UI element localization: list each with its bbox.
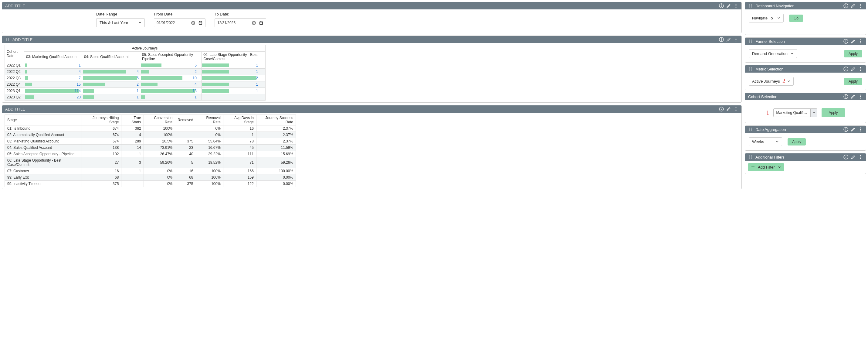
table-row: 99: Inactivity Timeout3750%375100%1220.0… [5,181,296,187]
info-icon[interactable] [843,94,848,99]
pencil-icon[interactable] [726,107,731,112]
table-row: 2022 Q375102 [5,75,266,81]
table-row: 2023 Q22011 [5,94,266,100]
panel-header: Metric Selection [745,65,866,72]
kebab-icon[interactable] [734,107,738,112]
calendar-icon[interactable] [258,20,264,25]
apply-button[interactable]: Apply [844,50,862,57]
panel-header: Dashboard Navigation [745,2,866,9]
table-row: 2022 Q415241 [5,81,266,88]
panel-header: Cohort Selection [745,93,866,100]
panel-title: Date Aggregation [755,127,786,132]
kebab-icon[interactable] [734,3,738,8]
add-filter-button[interactable]: Add Filter [748,163,784,171]
date-aggregation-panel: Date Aggregation Weeks Apply [745,125,866,151]
column-header[interactable]: Removed [175,115,196,125]
pencil-icon[interactable] [851,155,856,159]
navigate-to-dropdown[interactable]: Navigate To [749,14,784,23]
info-icon[interactable] [843,155,848,159]
panel-header: ADD TITLE [2,106,741,113]
pencil-icon[interactable] [726,3,731,8]
apply-button[interactable]: Apply [822,108,845,117]
info-icon[interactable] [843,66,848,71]
kebab-icon[interactable] [858,66,863,71]
table-row: 04: Sales Qualified Account1381473.91%23… [5,145,296,151]
table-row: 2023 Q11141131 [5,88,266,94]
column-header[interactable]: Journeys Hitting Stage [82,115,121,125]
panel-title-input[interactable]: ADD TITLE [5,4,25,8]
go-button[interactable]: Go [789,14,803,22]
kebab-icon[interactable] [858,39,863,44]
funnel-dropdown[interactable]: Demand Generation [749,49,797,58]
annotation-1: 1 [766,109,769,116]
info-icon[interactable] [843,127,848,132]
pencil-icon[interactable] [851,127,856,132]
apply-button[interactable]: Apply [787,138,806,146]
column-header[interactable]: Avg Days in Stage [223,115,256,125]
kebab-icon[interactable] [858,94,863,99]
info-icon[interactable] [719,107,724,112]
dropdown-value: Active Journeys [752,79,780,84]
drag-icon[interactable] [748,66,753,71]
pencil-icon[interactable] [851,39,856,44]
drag-icon[interactable] [748,127,753,132]
panel-header: ADD TITLE [2,2,741,9]
to-date-label: To Date: [215,12,266,17]
info-icon[interactable] [843,3,848,8]
panel-header: Additional Filters [745,153,866,161]
metric-dropdown[interactable]: Active Journeys [749,77,794,86]
column-header[interactable]: Removal Rate [196,115,223,125]
panel-header: ADD TITLE [2,36,741,43]
panel-title: Additional Filters [755,155,784,159]
from-date-input[interactable]: 01/01/2022 [154,18,206,27]
table-row: 03: Marketing Qualified Account67428920.… [5,138,296,145]
panel-title-input[interactable]: ADD TITLE [12,37,32,42]
caret-down-icon [777,16,780,20]
panel-title-input[interactable]: ADD TITLE [5,107,25,112]
pencil-icon[interactable] [851,94,856,99]
column-header[interactable]: Stage [5,115,82,125]
plus-icon [751,165,755,170]
caret-down-icon[interactable] [810,109,817,117]
column-header[interactable]: True Starts [121,115,144,125]
cohort-dropdown[interactable]: Marketing Qualified Ac... [773,109,817,117]
table-row: 02: Automatically Qualified Account67441… [5,132,296,138]
panel-title: Funnel Selection [755,39,785,44]
drag-icon[interactable] [5,37,10,42]
date-range-label: Date Range [96,12,145,17]
caret-down-icon [778,165,781,170]
apply-button[interactable]: Apply [844,78,862,85]
clear-icon[interactable] [191,20,195,25]
drag-icon[interactable] [748,39,753,44]
table-row: 05: Sales Accepted Opportunity - Pipelin… [5,151,296,157]
column-header[interactable]: Journey Success Rate [256,115,296,125]
pencil-icon[interactable] [851,66,856,71]
info-icon[interactable] [719,37,724,42]
cohort-bar-table: Cohort DateActive Journeys03: Marketing … [5,45,266,100]
kebab-icon[interactable] [858,3,863,8]
date-filter-panel: ADD TITLE Date Range This & Last Year Fr… [2,2,742,33]
from-date-value: 01/01/2022 [157,21,188,25]
column-header[interactable]: Conversion Rate [144,115,175,125]
date-agg-dropdown[interactable]: Weeks [749,137,782,146]
table-row: 06: Late Stage Opportunity - Best Case/C… [5,157,296,168]
info-icon[interactable] [719,3,724,8]
cohort-selection-panel: Cohort Selection 1 Marketing Qualified A… [745,93,866,123]
drag-icon[interactable] [748,3,753,8]
clear-icon[interactable] [251,20,256,25]
drag-icon[interactable] [748,155,753,159]
kebab-icon[interactable] [858,155,863,159]
kebab-icon[interactable] [734,37,738,42]
date-range-dropdown[interactable]: This & Last Year [96,18,145,27]
panel-title: Metric Selection [755,67,783,71]
pencil-icon[interactable] [851,3,856,8]
to-date-input[interactable]: 12/31/2023 [215,18,266,27]
table-row: 99: Early Exit680%68100%1590.00% [5,174,296,181]
info-icon[interactable] [843,39,848,44]
table-row: 07: Customer1610%16100%166100.00% [5,168,296,174]
caret-down-icon [787,79,790,84]
calendar-icon[interactable] [198,20,203,25]
panel-title: Dashboard Navigation [755,4,795,8]
kebab-icon[interactable] [858,127,863,132]
pencil-icon[interactable] [726,37,731,42]
